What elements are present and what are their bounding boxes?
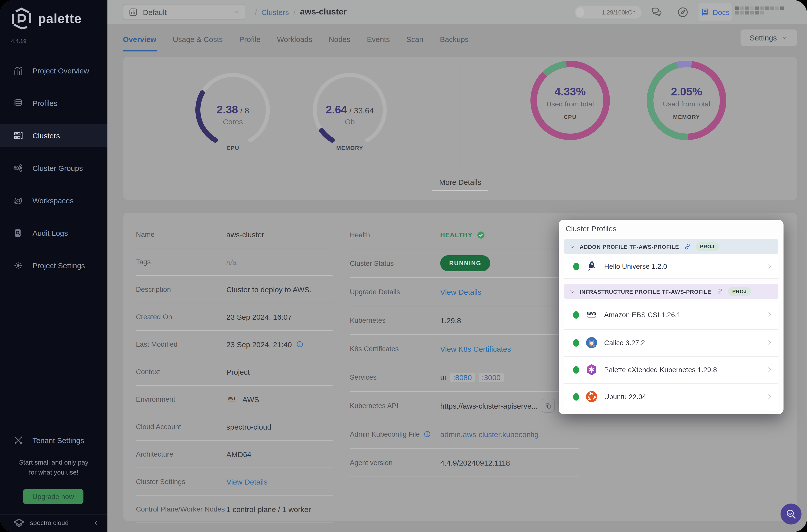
help-compass-icon[interactable]: [677, 6, 689, 18]
cluster-profiles-panel: Cluster Profiles ADDON PROFILE TF-AWS-PR…: [559, 220, 784, 414]
usage-quota-fill: [576, 7, 584, 17]
info-icon[interactable]: [423, 430, 431, 438]
app-stage: palette 4.4.19 Project Overview Profiles…: [0, 0, 807, 532]
addon-profile-header[interactable]: ADDON PROFILE TF-AWS-PROFILE PROJ: [564, 239, 778, 254]
kubeconfig-download-link[interactable]: admin.aws-cluster.kubeconfig: [440, 430, 539, 438]
tools-icon: [13, 435, 23, 445]
sidebar-item-profiles[interactable]: Profiles: [0, 91, 108, 114]
memory-used-value: 2.64: [326, 103, 347, 116]
sidebar-item-label: Audit Logs: [33, 229, 68, 237]
memory-total-donut: 2.05% Used from total MEMORY: [644, 58, 729, 143]
hello-universe-icon: [585, 260, 598, 273]
sidebar-item-clusters[interactable]: Clusters: [0, 124, 108, 147]
detail-label: Tags: [136, 258, 226, 266]
more-details-container: More Details: [124, 178, 797, 191]
info-icon[interactable]: [296, 340, 304, 348]
profile-layer-name: Calico 3.27.2: [604, 339, 766, 347]
tab-profile[interactable]: Profile: [239, 24, 261, 54]
ubuntu-icon: [585, 390, 598, 403]
detail-label: Kubernetes: [350, 316, 440, 324]
brand: palette: [10, 7, 82, 30]
detail-value: aws-cluster: [226, 230, 264, 239]
sidebar-item-project-overview[interactable]: Project Overview: [0, 59, 108, 82]
bar-chart-icon: [13, 65, 23, 76]
upgrade-now-button[interactable]: Upgrade now: [23, 489, 83, 504]
detail-label: Kubernetes API: [350, 402, 440, 410]
sidebar-item-tenant-settings[interactable]: Tenant Settings: [0, 429, 108, 452]
profile-layer-hello-universe[interactable]: Hello Universe 1.2.0: [564, 255, 778, 279]
detail-value: 4.4.9/20240912.1118: [440, 458, 510, 467]
card-divider: [460, 64, 460, 168]
copy-button[interactable]: [542, 399, 555, 413]
view-details-link[interactable]: View Details: [440, 287, 482, 296]
profile-layer-palette-xk[interactable]: Palette eXtended Kubernetes 1.29.8: [564, 356, 778, 383]
breadcrumb: / Clusters / aws-cluster: [255, 0, 347, 24]
calico-icon: [585, 336, 598, 349]
link-icon: [683, 243, 691, 250]
sidebar-item-cluster-groups[interactable]: Cluster Groups: [0, 156, 108, 179]
chevron-down-icon: [569, 244, 575, 249]
tab-events[interactable]: Events: [367, 24, 390, 54]
tab-scan[interactable]: Scan: [406, 24, 423, 54]
view-details-link[interactable]: View Details: [226, 477, 267, 486]
project-selector[interactable]: Default: [123, 4, 245, 20]
sidebar-item-project-settings[interactable]: Project Settings: [0, 254, 108, 277]
detail-label: Upgrade Details: [350, 288, 440, 296]
cpu-donut-caption: Used from total: [528, 100, 613, 108]
sidebar-item-label: Profiles: [33, 99, 57, 107]
tab-backups[interactable]: Backups: [440, 24, 469, 54]
tab-nodes[interactable]: Nodes: [329, 24, 351, 54]
layers-icon: [13, 98, 23, 108]
status-dot: [573, 393, 579, 400]
clusters-icon: [13, 130, 23, 140]
orbit-icon: [13, 195, 23, 206]
breadcrumb-separator: /: [293, 8, 295, 16]
tab-usage-costs[interactable]: Usage & Costs: [173, 24, 223, 54]
sidebar-item-audit-logs[interactable]: Audit Logs: [0, 221, 108, 244]
status-dot: [573, 339, 579, 346]
detail-row-description: Description Cluster to deploy to AWS.: [136, 276, 333, 303]
infrastructure-profile-header[interactable]: INFRASTRUCTURE PROFILE TF-AWS-PROFILE PR…: [564, 284, 778, 299]
panel-title: Cluster Profiles: [566, 224, 616, 233]
palette-xk-icon: [585, 363, 598, 376]
detail-value: 1.29.8: [440, 316, 461, 324]
sidebar-item-label: Tenant Settings: [33, 436, 84, 444]
detail-label: Architecture: [136, 450, 226, 458]
detail-row-nodes: Control Plane/Worker Nodes 1 control-pla…: [136, 496, 333, 523]
tab-overview[interactable]: Overview: [123, 24, 156, 54]
sidebar-item-label: Project Settings: [33, 261, 85, 269]
detail-row-upgrade-details: Upgrade Details View Details: [350, 278, 579, 306]
status-dot: [573, 366, 579, 374]
chat-icon[interactable]: [650, 6, 662, 18]
service-port-link[interactable]: :3000: [479, 373, 503, 382]
more-details-button[interactable]: More Details: [432, 178, 488, 191]
health-status: HEALTHY: [440, 231, 472, 239]
cpu-used-value: 2.38: [217, 103, 238, 116]
chevron-right-icon: [766, 393, 773, 400]
brand-name: palette: [38, 11, 82, 26]
infrastructure-profile-label: INFRASTRUCTURE PROFILE TF-AWS-PROFILE: [580, 288, 711, 294]
memory-donut-caption: Used from total: [644, 100, 729, 108]
app-window: palette 4.4.19 Project Overview Profiles…: [0, 0, 807, 532]
network-icon: [13, 163, 23, 173]
docs-button[interactable]: Docs: [698, 3, 732, 21]
detail-row-cluster-status: Cluster Status RUNNING: [350, 249, 579, 278]
project-icon: [128, 7, 138, 17]
breadcrumb-clusters-link[interactable]: Clusters: [261, 8, 289, 16]
book-icon: [700, 7, 710, 17]
detail-row-cluster-settings: Cluster Settings View Details: [136, 468, 333, 496]
upsell-text: Start small and only pay for what you us…: [0, 458, 108, 478]
detail-row-health: Health HEALTHY: [350, 221, 579, 249]
breadcrumb-separator: /: [255, 8, 257, 16]
settings-button[interactable]: Settings: [740, 30, 797, 46]
sidebar-item-workspaces[interactable]: Workspaces: [0, 189, 108, 212]
profile-layer-calico[interactable]: Calico 3.27.2: [564, 329, 778, 356]
main-area: Default / Clusters / aws-cluster 1.29/10…: [108, 0, 807, 532]
search-fab-button[interactable]: [781, 504, 802, 525]
profile-layer-ubuntu[interactable]: Ubuntu 22.04: [564, 383, 778, 410]
collapse-sidebar-icon[interactable]: [92, 519, 99, 526]
service-port-link[interactable]: :8080: [450, 373, 475, 382]
tab-workloads[interactable]: Workloads: [277, 24, 312, 54]
view-k8s-certificates-link[interactable]: View K8s Certificates: [440, 344, 511, 353]
profile-layer-amazon-ebs[interactable]: aws Amazon EBS CSI 1.26.1: [564, 302, 778, 328]
